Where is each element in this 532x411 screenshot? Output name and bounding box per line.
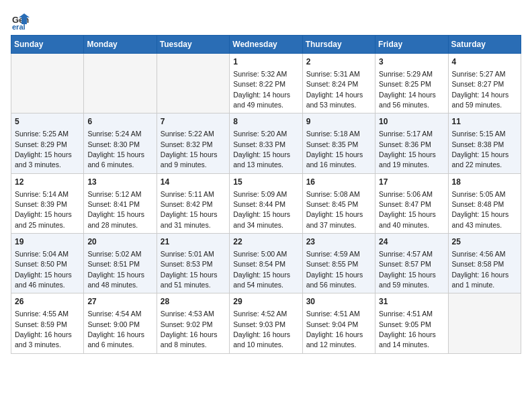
- day-number: 16: [306, 177, 371, 188]
- day-info: Sunrise: 5:04 AM Sunset: 8:50 PM Dayligh…: [15, 250, 72, 289]
- day-info: Sunrise: 5:12 AM Sunset: 8:41 PM Dayligh…: [87, 190, 144, 229]
- header-cell-friday: Friday: [375, 36, 448, 54]
- day-info: Sunrise: 4:57 AM Sunset: 8:57 PM Dayligh…: [379, 250, 436, 289]
- day-number: 27: [87, 296, 152, 308]
- day-cell: [448, 293, 521, 353]
- day-number: 5: [15, 116, 80, 128]
- day-info: Sunrise: 4:53 AM Sunset: 9:02 PM Dayligh…: [161, 310, 218, 349]
- day-cell: 24Sunrise: 4:57 AM Sunset: 8:57 PM Dayli…: [375, 234, 448, 293]
- day-cell: [11, 54, 84, 113]
- day-number: 6: [87, 116, 152, 128]
- day-number: 18: [452, 177, 517, 188]
- day-cell: 23Sunrise: 4:59 AM Sunset: 8:55 PM Dayli…: [302, 234, 375, 293]
- day-number: 26: [15, 296, 80, 308]
- day-info: Sunrise: 5:32 AM Sunset: 8:22 PM Dayligh…: [233, 70, 290, 109]
- calendar-body: 1Sunrise: 5:32 AM Sunset: 8:22 PM Daylig…: [11, 54, 521, 354]
- day-info: Sunrise: 5:20 AM Sunset: 8:33 PM Dayligh…: [233, 130, 290, 169]
- day-cell: 18Sunrise: 5:05 AM Sunset: 8:48 PM Dayli…: [448, 173, 521, 233]
- day-cell: 25Sunrise: 4:56 AM Sunset: 8:58 PM Dayli…: [448, 234, 521, 293]
- day-number: 12: [15, 177, 80, 188]
- day-number: 30: [306, 296, 371, 308]
- logo-icon: Gen eral: [11, 11, 30, 30]
- day-cell: [84, 54, 157, 113]
- day-number: 15: [233, 177, 298, 188]
- day-number: 8: [233, 116, 298, 128]
- header-cell-monday: Monday: [84, 36, 157, 54]
- day-number: 20: [87, 236, 152, 248]
- day-cell: 11Sunrise: 5:15 AM Sunset: 8:38 PM Dayli…: [448, 113, 521, 173]
- day-cell: 7Sunrise: 5:22 AM Sunset: 8:32 PM Daylig…: [157, 113, 229, 173]
- week-row-5: 26Sunrise: 4:55 AM Sunset: 8:59 PM Dayli…: [11, 293, 521, 353]
- day-number: 14: [161, 177, 226, 188]
- day-cell: 30Sunrise: 4:51 AM Sunset: 9:04 PM Dayli…: [302, 293, 375, 353]
- page-header: Gen eral: [11, 11, 521, 30]
- day-info: Sunrise: 4:54 AM Sunset: 9:00 PM Dayligh…: [87, 310, 144, 349]
- day-number: 23: [306, 236, 371, 248]
- day-number: 17: [379, 177, 444, 188]
- day-info: Sunrise: 5:31 AM Sunset: 8:24 PM Dayligh…: [306, 70, 363, 109]
- day-info: Sunrise: 5:11 AM Sunset: 8:42 PM Dayligh…: [161, 190, 218, 229]
- day-cell: 5Sunrise: 5:25 AM Sunset: 8:29 PM Daylig…: [11, 113, 84, 173]
- day-info: Sunrise: 4:52 AM Sunset: 9:03 PM Dayligh…: [233, 310, 290, 349]
- day-cell: 31Sunrise: 4:51 AM Sunset: 9:05 PM Dayli…: [375, 293, 448, 353]
- week-row-4: 19Sunrise: 5:04 AM Sunset: 8:50 PM Dayli…: [11, 234, 521, 293]
- day-cell: 8Sunrise: 5:20 AM Sunset: 8:33 PM Daylig…: [230, 113, 302, 173]
- header-cell-thursday: Thursday: [302, 36, 375, 54]
- day-info: Sunrise: 5:05 AM Sunset: 8:48 PM Dayligh…: [452, 190, 509, 229]
- day-number: 1: [233, 56, 298, 68]
- day-info: Sunrise: 5:06 AM Sunset: 8:47 PM Dayligh…: [379, 190, 436, 229]
- day-cell: 28Sunrise: 4:53 AM Sunset: 9:02 PM Dayli…: [157, 293, 229, 353]
- day-cell: 4Sunrise: 5:27 AM Sunset: 8:27 PM Daylig…: [448, 54, 521, 113]
- day-cell: 19Sunrise: 5:04 AM Sunset: 8:50 PM Dayli…: [11, 234, 84, 293]
- header-cell-wednesday: Wednesday: [230, 36, 302, 54]
- day-info: Sunrise: 4:59 AM Sunset: 8:55 PM Dayligh…: [306, 250, 363, 289]
- day-info: Sunrise: 5:25 AM Sunset: 8:29 PM Dayligh…: [15, 130, 72, 169]
- day-number: 10: [379, 116, 444, 128]
- day-info: Sunrise: 5:29 AM Sunset: 8:25 PM Dayligh…: [379, 70, 436, 109]
- calendar-header: SundayMondayTuesdayWednesdayThursdayFrid…: [11, 36, 521, 54]
- day-info: Sunrise: 5:00 AM Sunset: 8:54 PM Dayligh…: [233, 250, 290, 289]
- header-cell-sunday: Sunday: [11, 36, 84, 54]
- day-info: Sunrise: 5:09 AM Sunset: 8:44 PM Dayligh…: [233, 190, 290, 229]
- day-number: 24: [379, 236, 444, 248]
- day-cell: 22Sunrise: 5:00 AM Sunset: 8:54 PM Dayli…: [230, 234, 302, 293]
- day-info: Sunrise: 4:51 AM Sunset: 9:04 PM Dayligh…: [306, 310, 363, 349]
- day-cell: 6Sunrise: 5:24 AM Sunset: 8:30 PM Daylig…: [84, 113, 157, 173]
- day-info: Sunrise: 5:02 AM Sunset: 8:51 PM Dayligh…: [87, 250, 144, 289]
- header-cell-tuesday: Tuesday: [157, 36, 229, 54]
- day-cell: 15Sunrise: 5:09 AM Sunset: 8:44 PM Dayli…: [230, 173, 302, 233]
- day-cell: 12Sunrise: 5:14 AM Sunset: 8:39 PM Dayli…: [11, 173, 84, 233]
- day-cell: 1Sunrise: 5:32 AM Sunset: 8:22 PM Daylig…: [230, 54, 302, 113]
- day-info: Sunrise: 4:55 AM Sunset: 8:59 PM Dayligh…: [15, 310, 72, 349]
- day-number: 3: [379, 56, 444, 68]
- day-cell: 14Sunrise: 5:11 AM Sunset: 8:42 PM Dayli…: [157, 173, 229, 233]
- day-cell: 27Sunrise: 4:54 AM Sunset: 9:00 PM Dayli…: [84, 293, 157, 353]
- day-number: 4: [452, 56, 517, 68]
- header-row: SundayMondayTuesdayWednesdayThursdayFrid…: [11, 36, 521, 54]
- calendar-table: SundayMondayTuesdayWednesdayThursdayFrid…: [11, 35, 521, 354]
- day-info: Sunrise: 5:15 AM Sunset: 8:38 PM Dayligh…: [452, 130, 509, 169]
- day-number: 7: [161, 116, 226, 128]
- day-number: 25: [452, 236, 517, 248]
- logo: Gen eral: [11, 11, 32, 30]
- week-row-2: 5Sunrise: 5:25 AM Sunset: 8:29 PM Daylig…: [11, 113, 521, 173]
- day-number: 9: [306, 116, 371, 128]
- day-number: 2: [306, 56, 371, 68]
- day-number: 29: [233, 296, 298, 308]
- day-cell: 2Sunrise: 5:31 AM Sunset: 8:24 PM Daylig…: [302, 54, 375, 113]
- day-info: Sunrise: 5:27 AM Sunset: 8:27 PM Dayligh…: [452, 70, 509, 109]
- day-info: Sunrise: 5:01 AM Sunset: 8:53 PM Dayligh…: [161, 250, 218, 289]
- day-number: 22: [233, 236, 298, 248]
- week-row-1: 1Sunrise: 5:32 AM Sunset: 8:22 PM Daylig…: [11, 54, 521, 113]
- day-cell: 9Sunrise: 5:18 AM Sunset: 8:35 PM Daylig…: [302, 113, 375, 173]
- day-cell: 17Sunrise: 5:06 AM Sunset: 8:47 PM Dayli…: [375, 173, 448, 233]
- day-number: 11: [452, 116, 517, 128]
- day-cell: 26Sunrise: 4:55 AM Sunset: 8:59 PM Dayli…: [11, 293, 84, 353]
- day-number: 13: [87, 177, 152, 188]
- header-cell-saturday: Saturday: [448, 36, 521, 54]
- day-info: Sunrise: 5:24 AM Sunset: 8:30 PM Dayligh…: [87, 130, 144, 169]
- day-number: 21: [161, 236, 226, 248]
- day-info: Sunrise: 4:56 AM Sunset: 8:58 PM Dayligh…: [452, 250, 509, 289]
- day-number: 28: [161, 296, 226, 308]
- week-row-3: 12Sunrise: 5:14 AM Sunset: 8:39 PM Dayli…: [11, 173, 521, 233]
